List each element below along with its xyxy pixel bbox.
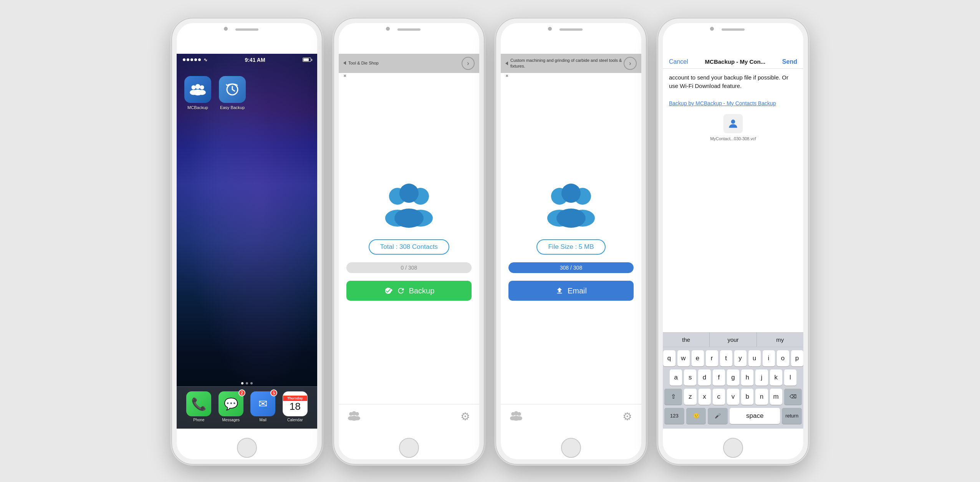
app-content-2: Total : 308 Contacts 0 / 308 xyxy=(339,79,479,404)
mcbackup-icon xyxy=(184,76,211,103)
suggestion-my[interactable]: my xyxy=(757,333,803,347)
key-delete[interactable]: ⌫ xyxy=(784,389,802,405)
bottom-contacts-icon-3[interactable] xyxy=(510,409,522,424)
phone-3-inner: Custom machining and grinding of carbide… xyxy=(501,23,641,459)
dock-calendar[interactable]: Thursday 18 Calendar xyxy=(283,391,308,422)
send-button[interactable]: Send xyxy=(782,58,797,65)
key-a[interactable]: a xyxy=(670,369,682,386)
contacts-svg-2 xyxy=(371,182,447,232)
key-l[interactable]: l xyxy=(784,369,796,386)
key-p[interactable]: p xyxy=(791,350,803,366)
email-header: Cancel MCBackup - My Con... Send xyxy=(663,54,803,69)
key-mic[interactable]: 🎤 xyxy=(708,408,728,424)
svg-point-18 xyxy=(354,416,360,420)
battery-fill xyxy=(303,58,309,61)
phone-3: Custom machining and grinding of carbide… xyxy=(496,18,646,464)
dock-messages[interactable]: 💬 2 Messages xyxy=(219,391,243,422)
key-d[interactable]: d xyxy=(698,369,710,386)
key-v[interactable]: v xyxy=(727,389,739,405)
cancel-button[interactable]: Cancel xyxy=(669,58,688,65)
home-button-4[interactable] xyxy=(723,438,743,458)
key-s[interactable]: s xyxy=(684,369,696,386)
battery-icon xyxy=(303,58,311,62)
ad-banner-3: Custom machining and grinding of carbide… xyxy=(501,54,641,73)
speaker-2 xyxy=(397,28,420,31)
ad-text-3: Custom machining and grinding of carbide… xyxy=(510,58,624,69)
email-screen: Cancel MCBackup - My Con... Send account… xyxy=(663,54,803,429)
key-u[interactable]: u xyxy=(748,350,761,366)
key-n[interactable]: n xyxy=(755,389,768,405)
ad-forward-2[interactable]: › xyxy=(462,57,475,70)
svg-point-29 xyxy=(517,412,521,416)
key-h[interactable]: h xyxy=(741,369,753,386)
key-q[interactable]: q xyxy=(663,350,675,366)
key-t[interactable]: t xyxy=(720,350,732,366)
phone-2: Tool & Die Shop › ✖ xyxy=(334,18,484,464)
speaker xyxy=(235,28,258,31)
backup-button[interactable]: Backup xyxy=(346,281,472,301)
bottom-settings-icon-3[interactable]: ⚙ xyxy=(622,410,632,423)
messages-badge: 2 xyxy=(238,389,245,396)
contacts-svg-3 xyxy=(533,182,609,232)
key-k[interactable]: k xyxy=(770,369,782,386)
mail-badge: 5 xyxy=(270,389,277,396)
app-screen-2: Tool & Die Shop › ✖ xyxy=(339,54,479,429)
key-o[interactable]: o xyxy=(777,350,789,366)
bottom-settings-icon-2[interactable]: ⚙ xyxy=(460,410,470,423)
svg-point-2 xyxy=(192,85,196,89)
phone-2-screen: Tool & Die Shop › ✖ xyxy=(339,54,479,429)
cal-month: Thursday xyxy=(283,396,307,401)
dock-mail[interactable]: ✉ 5 Mail xyxy=(250,391,275,422)
ad-forward-3[interactable]: › xyxy=(624,57,637,70)
email-body[interactable]: account to send your backup file if poss… xyxy=(663,69,803,332)
suggestion-the[interactable]: the xyxy=(663,333,710,347)
key-y[interactable]: y xyxy=(734,350,747,366)
key-row-4: 123 🙂 🎤 space return xyxy=(664,408,802,424)
attachment-icon xyxy=(723,114,743,133)
key-r[interactable]: r xyxy=(706,350,718,366)
key-c[interactable]: c xyxy=(713,389,725,405)
email-link[interactable]: Backup by MCBackup - My Contacts Backup xyxy=(669,100,776,106)
svg-point-3 xyxy=(190,90,197,95)
ad-content-2: Tool & Die Shop xyxy=(343,60,462,66)
keyboard-suggestions: the your my xyxy=(663,332,803,347)
home-button-3[interactable] xyxy=(561,438,581,458)
upload-icon xyxy=(555,287,564,295)
svg-point-28 xyxy=(510,416,516,420)
app-mcbackup[interactable]: MCBackup xyxy=(184,76,211,110)
key-b[interactable]: b xyxy=(741,389,753,405)
key-123[interactable]: 123 xyxy=(664,408,684,424)
phone-app-icon: 📞 xyxy=(186,391,211,416)
key-emoji[interactable]: 🙂 xyxy=(686,408,706,424)
home-button-2[interactable] xyxy=(399,438,419,458)
svg-point-23 xyxy=(561,184,581,203)
bottom-contacts-icon-2[interactable] xyxy=(348,409,360,424)
key-x[interactable]: x xyxy=(699,389,711,405)
key-e[interactable]: e xyxy=(692,350,704,366)
key-m[interactable]: m xyxy=(770,389,782,405)
key-z[interactable]: z xyxy=(684,389,696,405)
key-return[interactable]: return xyxy=(782,408,802,424)
key-i[interactable]: i xyxy=(763,350,775,366)
svg-point-5 xyxy=(198,90,206,95)
page-dot-1 xyxy=(241,382,243,384)
dot-3 xyxy=(190,58,193,61)
app-easybackup[interactable]: Easy Backup xyxy=(219,76,246,110)
key-shift[interactable]: ⇧ xyxy=(664,389,682,405)
key-g[interactable]: g xyxy=(727,369,739,386)
ad-arrow-2 xyxy=(343,61,346,65)
status-time: 9:41 AM xyxy=(245,57,265,63)
svg-point-12 xyxy=(394,209,424,228)
dock-phone[interactable]: 📞 Phone xyxy=(186,391,211,422)
page-dot-2 xyxy=(246,382,248,384)
email-button[interactable]: Email xyxy=(508,281,634,301)
key-w[interactable]: w xyxy=(677,350,690,366)
key-j[interactable]: j xyxy=(755,369,768,386)
suggestion-your[interactable]: your xyxy=(710,333,757,347)
email-body-text: account to send your backup file if poss… xyxy=(669,73,797,91)
key-space[interactable]: space xyxy=(730,408,780,424)
progress-text-2: 0 / 308 xyxy=(401,265,417,271)
home-button-1[interactable] xyxy=(237,438,257,458)
svg-point-31 xyxy=(731,119,735,124)
key-f[interactable]: f xyxy=(713,369,725,386)
